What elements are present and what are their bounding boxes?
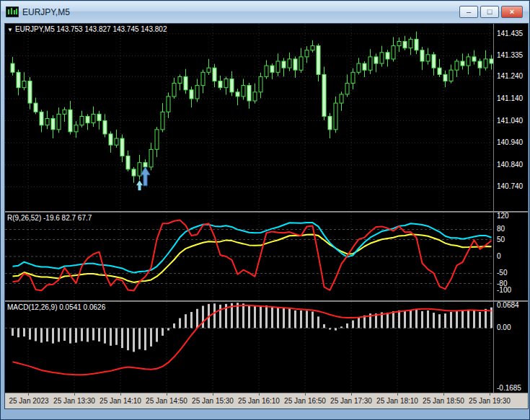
macd-histogram-bar <box>473 310 475 329</box>
macd-histogram-bar <box>127 328 129 350</box>
candle-body <box>455 61 459 70</box>
macd-histogram-bar <box>12 328 14 336</box>
candle-body <box>236 92 239 97</box>
wpr-header: R(9,26,52) -19.6 82.7 67.7 <box>7 214 92 222</box>
wpr-plot[interactable]: R(9,26,52) -19.6 82.7 67.7 <box>5 213 493 300</box>
buy-arrow-icon <box>141 167 150 186</box>
candle-body <box>461 61 464 66</box>
macd-histogram-bar <box>23 328 25 336</box>
macd-histogram-bar <box>317 316 319 328</box>
candle-body <box>374 57 378 63</box>
macd-histogram-bar <box>265 305 268 328</box>
candle-body <box>80 117 84 125</box>
time-tick <box>490 393 490 396</box>
candlestick-plot[interactable]: ▼EURJPY,M5 143.753 143.827 143.745 143.8… <box>5 24 493 211</box>
chart-client: ▼EURJPY,M5 143.753 143.827 143.745 143.8… <box>4 23 529 409</box>
macd-histogram-bar <box>329 328 331 329</box>
price-tick-label: 141.240 <box>497 72 523 80</box>
window-icon <box>6 6 19 17</box>
macd-histogram-bar <box>254 306 256 328</box>
wpr-scale[interactable]: 12080500-50-80-100 <box>493 213 528 300</box>
macd-histogram-bar <box>150 328 152 347</box>
candle-body <box>161 112 164 130</box>
candle-body <box>305 50 309 57</box>
macd-histogram-bar <box>115 328 118 344</box>
window-controls: – □ × <box>459 6 523 18</box>
symbol-ohlc-header: ▼EURJPY,M5 143.753 143.827 143.745 143.8… <box>7 25 167 33</box>
macd-indicator-panel: MACD(12,26,9) 0.0541 0.0626 0.06840.00-0… <box>5 302 528 393</box>
candle-body <box>155 130 159 150</box>
symbol-dropdown-icon[interactable]: ▼ <box>7 27 13 33</box>
titlebar[interactable]: EURJPY,M5 – □ × <box>1 1 529 22</box>
time-axis[interactable]: 25 Jan 202325 Jan 13:3025 Jan 14:1025 Ja… <box>5 393 528 408</box>
candle-body <box>472 57 476 61</box>
wpr-line-mid <box>13 223 492 273</box>
macd-histogram-bar <box>352 321 354 329</box>
minimize-button[interactable]: – <box>459 6 478 18</box>
macd-chart[interactable] <box>5 302 493 393</box>
candle-body <box>426 55 430 61</box>
window-title: EURJPY,M5 <box>22 7 70 17</box>
macd-histogram-bar <box>52 328 54 343</box>
candle-body <box>380 53 384 63</box>
wpr-tick-label: 80 <box>497 225 505 233</box>
candle-body <box>438 68 441 74</box>
macd-scale[interactable]: 0.06840.00-0.1685 <box>493 302 528 393</box>
small-arrow-icon <box>136 180 143 190</box>
macd-histogram-bar <box>340 326 343 328</box>
macd-histogram-bar <box>121 328 123 348</box>
macd-histogram-bar <box>75 328 77 342</box>
candle-body <box>311 46 314 50</box>
candle-body <box>201 72 205 85</box>
macd-histogram-bar <box>162 328 164 336</box>
macd-histogram-bar <box>92 328 94 340</box>
macd-histogram-bar <box>167 328 169 330</box>
macd-histogram-bar <box>358 318 360 329</box>
macd-histogram-bar <box>173 323 175 328</box>
price-scale[interactable]: 141.435141.335141.240141.140141.040140.9… <box>493 24 528 211</box>
macd-histogram-bar <box>306 310 308 328</box>
time-tick <box>213 393 213 396</box>
macd-histogram-bar <box>335 328 337 330</box>
candle-body <box>432 55 436 68</box>
macd-histogram-bar <box>17 328 19 337</box>
ohlc-text: EURJPY,M5 143.753 143.827 143.745 143.80… <box>15 25 167 33</box>
candlestick-chart[interactable] <box>5 24 493 211</box>
macd-histogram-bar <box>387 313 389 328</box>
candle-body <box>184 76 187 89</box>
macd-signal-line <box>13 305 492 375</box>
candle-body <box>132 169 136 176</box>
macd-histogram-bar <box>288 308 291 328</box>
wpr-chart[interactable] <box>5 213 493 300</box>
time-tick <box>305 393 306 396</box>
close-button[interactable]: × <box>501 6 523 18</box>
time-label: 25 Jan 19:30 <box>469 397 511 405</box>
candle-body <box>259 76 262 91</box>
maximize-button[interactable]: □ <box>480 6 499 18</box>
macd-histogram-bar <box>312 312 314 329</box>
candle-body <box>322 74 326 116</box>
macd-histogram-bar <box>438 314 441 328</box>
price-tick-label: 141.140 <box>497 94 523 102</box>
candle-body <box>282 61 286 68</box>
candle-body <box>392 46 395 59</box>
wpr-tick-label: 50 <box>497 236 505 243</box>
time-label: 25 Jan 17:30 <box>330 397 372 405</box>
candle-body <box>172 84 176 97</box>
macd-plot[interactable]: MACD(12,26,9) 0.0541 0.0626 <box>5 302 493 393</box>
macd-histogram-bar <box>202 306 204 329</box>
price-tick-label: 141.335 <box>497 51 523 59</box>
time-label: 25 Jan 16:50 <box>284 397 326 405</box>
candle-body <box>299 57 303 70</box>
main-price-panel: ▼EURJPY,M5 143.753 143.827 143.745 143.8… <box>5 24 528 211</box>
candle-body <box>218 81 222 88</box>
candle-body <box>334 103 337 130</box>
time-label: 25 Jan 18:50 <box>423 397 464 405</box>
candle-body <box>230 79 234 92</box>
candle-body <box>397 42 401 46</box>
candle-body <box>270 66 274 72</box>
wpr-indicator-panel: R(9,26,52) -19.6 82.7 67.7 12080500-50-8… <box>5 213 528 300</box>
candle-body <box>415 39 418 50</box>
price-tick-label: 141.435 <box>497 30 523 37</box>
macd-histogram-bar <box>69 328 71 343</box>
